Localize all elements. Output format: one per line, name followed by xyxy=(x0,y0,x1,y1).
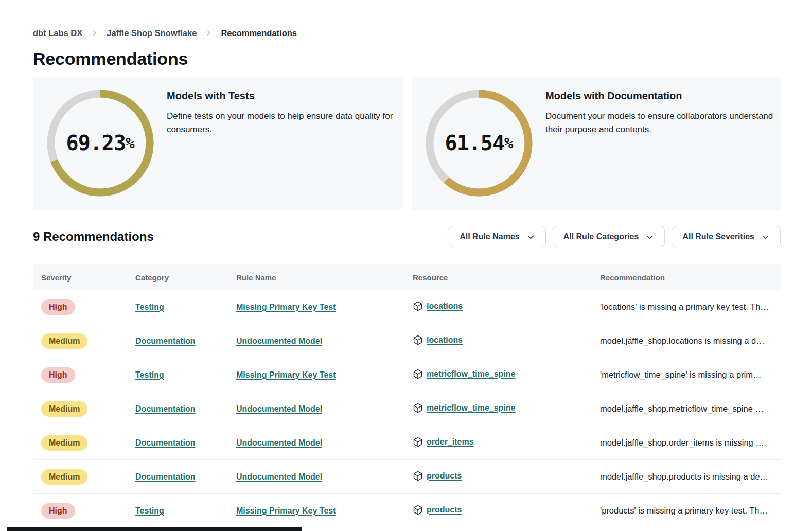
metric-percent: 69.23% xyxy=(44,86,157,200)
list-header: 9 Recommendations All Rule Names All Rul… xyxy=(33,226,781,247)
severity-badge: Medium xyxy=(41,469,87,485)
table-row: High Testing Missing Primary Key Test lo… xyxy=(33,290,781,324)
rule-name-link[interactable]: Missing Primary Key Test xyxy=(236,506,336,515)
filter-dropdown[interactable]: All Rule Categories xyxy=(553,226,665,247)
resource-link[interactable]: metricflow_time_spine xyxy=(427,403,516,413)
breadcrumb-item[interactable]: dbt Labs DX xyxy=(33,28,82,38)
breadcrumb-crumb: Jaffle Shop Snowflake xyxy=(91,28,197,38)
column-header-category: Category xyxy=(127,264,228,290)
severity-badge: High xyxy=(41,299,75,315)
model-cube-icon xyxy=(413,369,423,379)
metric-cards: 69.23% Models with Tests Define tests on… xyxy=(33,77,781,210)
recommendation-text: model.jaffle_shop.locations is missing a… xyxy=(600,336,765,345)
breadcrumb-crumb: Recommendations xyxy=(205,28,297,38)
category-link[interactable]: Documentation xyxy=(135,438,195,447)
breadcrumb: dbt Labs DX Jaffle Shop Snowflake Recomm… xyxy=(33,28,781,38)
table-row: High Testing Missing Primary Key Test pr… xyxy=(33,494,781,528)
metric-card: 61.54% Models with Documentation Documen… xyxy=(412,77,781,210)
resource-link[interactable]: products xyxy=(427,505,462,515)
rule-name-link[interactable]: Missing Primary Key Test xyxy=(236,370,336,379)
category-link[interactable]: Testing xyxy=(135,506,164,515)
metric-percent: 61.54% xyxy=(422,86,536,200)
model-cube-icon xyxy=(413,505,423,515)
column-header-resource: Resource xyxy=(404,264,592,290)
filter-dropdown-label: All Rule Categories xyxy=(563,232,639,241)
chevron-down-icon xyxy=(645,233,654,241)
page-title: Recommendations xyxy=(33,49,781,69)
model-cube-icon xyxy=(413,437,423,447)
chevron-right-icon xyxy=(205,30,212,37)
rule-name-link[interactable]: Undocumented Model xyxy=(236,472,322,481)
metric-card: 69.23% Models with Tests Define tests on… xyxy=(33,77,402,210)
filter-dropdown[interactable]: All Rule Severities xyxy=(672,226,781,247)
recommendation-text: model.jaffle_shop.products is missing a … xyxy=(600,472,768,481)
resource-cell: locations xyxy=(413,335,463,345)
table-row: Medium Documentation Undocumented Model … xyxy=(33,460,781,494)
category-link[interactable]: Testing xyxy=(135,370,164,379)
filters: All Rule Names All Rule Categories All R… xyxy=(449,226,781,247)
table-row: Medium Documentation Undocumented Model … xyxy=(33,324,781,358)
rule-name-link[interactable]: Missing Primary Key Test xyxy=(236,303,336,311)
rule-name-link[interactable]: Undocumented Model xyxy=(236,404,322,413)
table-row: Medium Documentation Undocumented Model … xyxy=(33,426,781,460)
severity-badge: Medium xyxy=(41,401,87,417)
breadcrumb-item[interactable]: Recommendations xyxy=(221,28,297,38)
recommendations-table: Severity Category Rule Name Resource Rec… xyxy=(33,264,781,528)
metric-title: Models with Tests xyxy=(167,90,402,102)
model-cube-icon xyxy=(413,471,423,481)
severity-badge: Medium xyxy=(41,435,87,451)
recommendations-count: 9 Recommendations xyxy=(33,229,154,244)
resource-link[interactable]: metricflow_time_spine xyxy=(427,369,516,379)
category-link[interactable]: Documentation xyxy=(135,337,195,345)
resource-cell: order_items xyxy=(413,437,474,447)
category-link[interactable]: Testing xyxy=(135,303,164,311)
breadcrumb-item[interactable]: Jaffle Shop Snowflake xyxy=(107,28,197,38)
resource-cell: metricflow_time_spine xyxy=(413,403,516,413)
resource-link[interactable]: locations xyxy=(427,335,463,345)
bottom-partial-element xyxy=(7,527,302,531)
category-link[interactable]: Documentation xyxy=(135,472,195,481)
filter-dropdown-label: All Rule Names xyxy=(460,232,519,241)
resource-link[interactable]: order_items xyxy=(427,437,474,447)
resource-cell: products xyxy=(413,471,462,481)
recommendation-text: model.jaffle_shop.order_items is missing… xyxy=(600,438,764,447)
model-cube-icon xyxy=(413,301,423,311)
severity-badge: High xyxy=(41,503,75,519)
metric-percent-sign: % xyxy=(504,134,513,152)
resource-cell: metricflow_time_spine xyxy=(413,369,516,379)
resource-link[interactable]: locations xyxy=(427,302,463,311)
metric-description: Define tests on your models to help ensu… xyxy=(167,110,402,137)
metric-title: Models with Documentation xyxy=(545,90,781,102)
table-row: Medium Documentation Undocumented Model … xyxy=(33,392,781,426)
recommendation-text: model.jaffle_shop.metricflow_time_spine … xyxy=(600,404,764,413)
metric-donut: 61.54% xyxy=(422,86,536,200)
metric-percent-value: 69.23 xyxy=(66,131,126,155)
metric-percent-sign: % xyxy=(126,134,134,152)
filter-dropdown[interactable]: All Rule Names xyxy=(449,226,545,247)
resource-cell: products xyxy=(413,505,462,515)
rule-name-link[interactable]: Undocumented Model xyxy=(236,337,322,345)
column-header-recommendation: Recommendation xyxy=(592,264,781,290)
resource-cell: locations xyxy=(413,301,463,311)
severity-badge: High xyxy=(41,367,75,383)
model-cube-icon xyxy=(413,335,423,345)
severity-badge: Medium xyxy=(41,333,87,349)
table-row: High Testing Missing Primary Key Test me… xyxy=(33,358,781,392)
recommendation-text: 'locations' is missing a primary key tes… xyxy=(600,302,769,311)
metric-card-text: Models with Tests Define tests on your m… xyxy=(167,77,402,137)
metric-description: Document your models to ensure collabora… xyxy=(545,110,781,137)
sidebar-edge-divider xyxy=(7,0,7,531)
model-cube-icon xyxy=(413,403,423,413)
column-header-rule-name: Rule Name xyxy=(228,264,404,290)
category-link[interactable]: Documentation xyxy=(135,404,195,413)
metric-percent-value: 61.54 xyxy=(445,131,504,155)
main-content: dbt Labs DX Jaffle Shop Snowflake Recomm… xyxy=(0,0,812,528)
metric-card-text: Models with Documentation Document your … xyxy=(545,77,781,137)
table-header-row: Severity Category Rule Name Resource Rec… xyxy=(33,264,781,290)
metric-donut: 69.23% xyxy=(44,86,157,200)
chevron-down-icon xyxy=(526,233,535,241)
breadcrumb-crumb: dbt Labs DX xyxy=(33,28,82,38)
resource-link[interactable]: products xyxy=(427,471,462,481)
rule-name-link[interactable]: Undocumented Model xyxy=(236,438,322,447)
chevron-right-icon xyxy=(91,30,98,37)
